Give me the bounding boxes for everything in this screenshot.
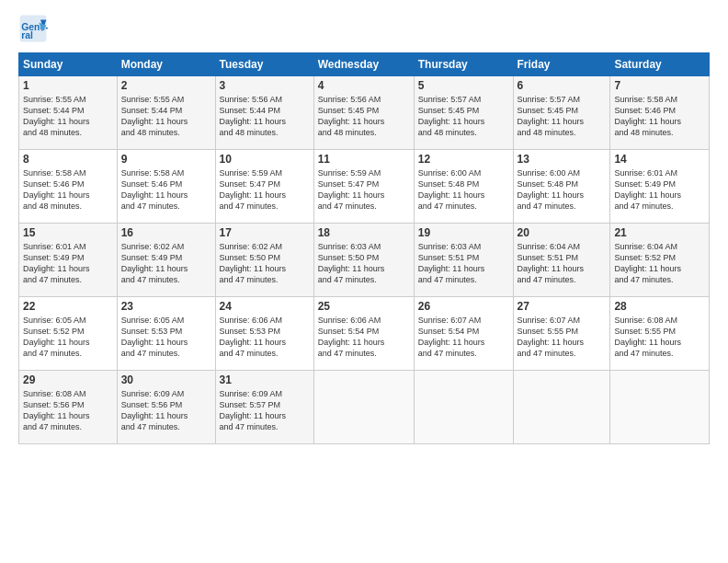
day-number: 20 [518, 226, 607, 239]
calendar-cell: 13 Sunrise: 6:00 AMSunset: 5:48 PMDaylig… [513, 150, 610, 224]
calendar-cell: 8 Sunrise: 5:58 AMSunset: 5:46 PMDayligh… [19, 150, 118, 224]
day-info: Sunrise: 6:03 AMSunset: 5:51 PMDaylight:… [418, 242, 485, 284]
calendar-week-row: 8 Sunrise: 5:58 AMSunset: 5:46 PMDayligh… [19, 150, 710, 224]
calendar-cell: 14 Sunrise: 6:01 AMSunset: 5:49 PMDaylig… [610, 150, 710, 224]
calendar-cell: 23 Sunrise: 6:05 AMSunset: 5:53 PMDaylig… [117, 297, 215, 371]
calendar-cell: 27 Sunrise: 6:07 AMSunset: 5:55 PMDaylig… [513, 297, 610, 371]
day-number: 8 [23, 153, 113, 166]
calendar-cell: 7 Sunrise: 5:58 AMSunset: 5:46 PMDayligh… [610, 76, 710, 150]
day-info: Sunrise: 5:55 AMSunset: 5:44 PMDaylight:… [23, 95, 90, 137]
calendar-week-row: 1 Sunrise: 5:55 AMSunset: 5:44 PMDayligh… [19, 76, 710, 150]
calendar-cell: 11 Sunrise: 5:59 AMSunset: 5:47 PMDaylig… [313, 150, 414, 224]
day-number: 6 [518, 79, 607, 92]
day-info: Sunrise: 6:01 AMSunset: 5:49 PMDaylight:… [614, 168, 681, 211]
calendar-week-row: 15 Sunrise: 6:01 AMSunset: 5:49 PMDaylig… [19, 224, 710, 297]
day-number: 14 [614, 153, 705, 166]
day-number: 19 [418, 226, 509, 239]
day-info: Sunrise: 6:08 AMSunset: 5:55 PMDaylight:… [614, 316, 681, 358]
day-number: 2 [121, 79, 211, 92]
calendar-cell: 9 Sunrise: 5:58 AMSunset: 5:46 PMDayligh… [117, 150, 215, 224]
day-info: Sunrise: 6:02 AMSunset: 5:50 PMDaylight:… [220, 242, 287, 284]
day-info: Sunrise: 5:58 AMSunset: 5:46 PMDaylight:… [23, 168, 90, 211]
day-info: Sunrise: 5:59 AMSunset: 5:47 PMDaylight:… [220, 168, 287, 211]
day-info: Sunrise: 6:08 AMSunset: 5:56 PMDaylight:… [23, 389, 90, 431]
calendar-cell: 25 Sunrise: 6:06 AMSunset: 5:54 PMDaylig… [313, 297, 414, 371]
calendar-cell: 16 Sunrise: 6:02 AMSunset: 5:49 PMDaylig… [117, 224, 215, 297]
calendar-cell: 12 Sunrise: 6:00 AMSunset: 5:48 PMDaylig… [414, 150, 513, 224]
calendar-week-row: 22 Sunrise: 6:05 AMSunset: 5:52 PMDaylig… [19, 297, 710, 371]
day-info: Sunrise: 6:05 AMSunset: 5:52 PMDaylight:… [23, 316, 90, 358]
day-number: 7 [614, 79, 705, 92]
col-friday: Friday [513, 53, 610, 76]
day-number: 5 [418, 79, 509, 92]
day-number: 28 [614, 300, 705, 313]
day-number: 11 [318, 153, 410, 166]
col-wednesday: Wednesday [313, 53, 414, 76]
day-number: 13 [518, 153, 607, 166]
day-info: Sunrise: 5:58 AMSunset: 5:46 PMDaylight:… [614, 95, 681, 137]
day-info: Sunrise: 6:05 AMSunset: 5:53 PMDaylight:… [121, 316, 188, 358]
day-number: 10 [220, 153, 310, 166]
day-info: Sunrise: 5:56 AMSunset: 5:44 PMDaylight:… [220, 95, 287, 137]
day-number: 31 [220, 373, 310, 386]
calendar-header-row: Sunday Monday Tuesday Wednesday Thursday… [19, 53, 710, 76]
calendar-cell: 1 Sunrise: 5:55 AMSunset: 5:44 PMDayligh… [19, 76, 118, 150]
logo-icon: Gene- ral [18, 14, 48, 43]
day-info: Sunrise: 6:09 AMSunset: 5:56 PMDaylight:… [121, 389, 188, 431]
day-info: Sunrise: 6:01 AMSunset: 5:49 PMDaylight:… [23, 242, 90, 284]
day-info: Sunrise: 6:07 AMSunset: 5:54 PMDaylight:… [418, 316, 485, 358]
day-number: 21 [614, 226, 705, 239]
day-info: Sunrise: 6:03 AMSunset: 5:50 PMDaylight:… [318, 242, 385, 284]
col-monday: Monday [117, 53, 215, 76]
calendar-cell: 21 Sunrise: 6:04 AMSunset: 5:52 PMDaylig… [610, 224, 710, 297]
day-number: 23 [121, 300, 211, 313]
day-info: Sunrise: 5:55 AMSunset: 5:44 PMDaylight:… [121, 95, 188, 137]
calendar-cell: 26 Sunrise: 6:07 AMSunset: 5:54 PMDaylig… [414, 297, 513, 371]
day-number: 18 [318, 226, 410, 239]
day-number: 25 [318, 300, 410, 313]
calendar-table: Sunday Monday Tuesday Wednesday Thursday… [18, 52, 710, 444]
day-info: Sunrise: 5:57 AMSunset: 5:45 PMDaylight:… [518, 95, 585, 137]
calendar-cell [610, 371, 710, 444]
calendar-cell: 10 Sunrise: 5:59 AMSunset: 5:47 PMDaylig… [215, 150, 313, 224]
day-number: 17 [220, 226, 310, 239]
day-info: Sunrise: 6:06 AMSunset: 5:54 PMDaylight:… [318, 316, 385, 358]
calendar-cell: 3 Sunrise: 5:56 AMSunset: 5:44 PMDayligh… [215, 76, 313, 150]
page-header: Gene- ral [18, 14, 710, 43]
day-number: 29 [23, 373, 113, 386]
calendar-cell: 31 Sunrise: 6:09 AMSunset: 5:57 PMDaylig… [215, 371, 313, 444]
col-thursday: Thursday [414, 53, 513, 76]
calendar-cell: 17 Sunrise: 6:02 AMSunset: 5:50 PMDaylig… [215, 224, 313, 297]
day-info: Sunrise: 6:00 AMSunset: 5:48 PMDaylight:… [418, 168, 485, 211]
day-info: Sunrise: 6:06 AMSunset: 5:53 PMDaylight:… [220, 316, 287, 358]
col-sunday: Sunday [19, 53, 118, 76]
day-number: 22 [23, 300, 113, 313]
day-number: 30 [121, 373, 211, 386]
day-number: 16 [121, 226, 211, 239]
day-number: 12 [418, 153, 509, 166]
day-number: 9 [121, 153, 211, 166]
calendar-cell: 19 Sunrise: 6:03 AMSunset: 5:51 PMDaylig… [414, 224, 513, 297]
day-info: Sunrise: 5:58 AMSunset: 5:46 PMDaylight:… [121, 168, 188, 211]
day-info: Sunrise: 5:59 AMSunset: 5:47 PMDaylight:… [318, 168, 385, 211]
logo: Gene- ral [18, 14, 51, 43]
calendar-cell: 2 Sunrise: 5:55 AMSunset: 5:44 PMDayligh… [117, 76, 215, 150]
calendar-cell [513, 371, 610, 444]
day-info: Sunrise: 6:09 AMSunset: 5:57 PMDaylight:… [220, 389, 287, 431]
calendar-cell: 15 Sunrise: 6:01 AMSunset: 5:49 PMDaylig… [19, 224, 118, 297]
calendar-cell: 29 Sunrise: 6:08 AMSunset: 5:56 PMDaylig… [19, 371, 118, 444]
calendar-cell: 20 Sunrise: 6:04 AMSunset: 5:51 PMDaylig… [513, 224, 610, 297]
day-number: 24 [220, 300, 310, 313]
day-number: 27 [518, 300, 607, 313]
calendar-cell: 4 Sunrise: 5:56 AMSunset: 5:45 PMDayligh… [313, 76, 414, 150]
calendar-cell: 18 Sunrise: 6:03 AMSunset: 5:50 PMDaylig… [313, 224, 414, 297]
col-tuesday: Tuesday [215, 53, 313, 76]
day-info: Sunrise: 5:57 AMSunset: 5:45 PMDaylight:… [418, 95, 485, 137]
day-number: 4 [318, 79, 410, 92]
day-number: 1 [23, 79, 113, 92]
calendar-cell: 22 Sunrise: 6:05 AMSunset: 5:52 PMDaylig… [19, 297, 118, 371]
calendar-cell: 24 Sunrise: 6:06 AMSunset: 5:53 PMDaylig… [215, 297, 313, 371]
day-number: 3 [220, 79, 310, 92]
calendar-cell: 5 Sunrise: 5:57 AMSunset: 5:45 PMDayligh… [414, 76, 513, 150]
svg-text:ral: ral [21, 30, 33, 40]
